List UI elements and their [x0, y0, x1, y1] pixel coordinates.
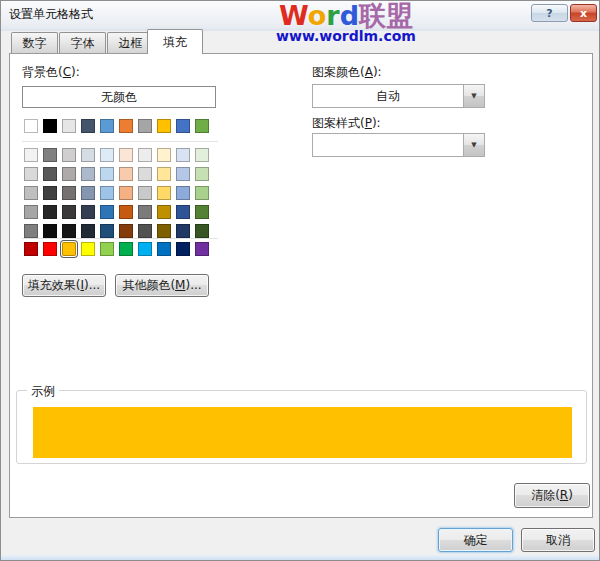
color-swatch[interactable]	[43, 242, 57, 256]
color-swatch[interactable]	[195, 186, 209, 200]
no-color-button[interactable]: 无颜色	[22, 86, 216, 108]
color-swatch[interactable]	[62, 242, 76, 256]
color-swatch[interactable]	[100, 224, 114, 238]
color-swatch[interactable]	[43, 119, 57, 133]
help-icon: ?	[546, 7, 552, 20]
chevron-down-icon[interactable]: ▼	[463, 134, 484, 156]
clear-button[interactable]: 清除(R)	[514, 483, 590, 508]
color-swatch[interactable]	[24, 119, 38, 133]
color-swatch[interactable]	[157, 224, 171, 238]
color-swatch[interactable]	[176, 205, 190, 219]
color-swatch[interactable]	[119, 186, 133, 200]
cancel-label: 取消	[546, 532, 570, 549]
color-swatch[interactable]	[119, 148, 133, 162]
color-swatch[interactable]	[195, 167, 209, 181]
color-swatch[interactable]	[195, 224, 209, 238]
color-swatch[interactable]	[62, 186, 76, 200]
color-swatch[interactable]	[176, 224, 190, 238]
color-swatch[interactable]	[43, 167, 57, 181]
color-swatch[interactable]	[100, 242, 114, 256]
more-colors-label: 其他颜色(M)...	[122, 277, 201, 294]
color-swatch[interactable]	[81, 119, 95, 133]
color-swatch[interactable]	[81, 242, 95, 256]
color-swatch[interactable]	[43, 186, 57, 200]
color-swatch[interactable]	[43, 205, 57, 219]
tab-font[interactable]: 字体	[59, 32, 106, 53]
color-swatch[interactable]	[119, 224, 133, 238]
pattern-style-value	[313, 134, 463, 156]
color-swatch[interactable]	[176, 186, 190, 200]
clear-label: 清除(R)	[531, 487, 573, 504]
color-swatch[interactable]	[157, 119, 171, 133]
title-bar: 设置单元格格式 ? x	[1, 1, 599, 31]
color-swatch[interactable]	[176, 119, 190, 133]
tint-color-row	[24, 148, 209, 162]
color-swatch[interactable]	[24, 167, 38, 181]
color-swatch[interactable]	[81, 205, 95, 219]
color-swatch[interactable]	[157, 167, 171, 181]
close-button[interactable]: x	[570, 4, 597, 22]
color-swatch[interactable]	[100, 148, 114, 162]
color-swatch[interactable]	[138, 119, 152, 133]
tab-number[interactable]: 数字	[11, 32, 58, 53]
ok-label: 确定	[464, 532, 488, 549]
color-swatch[interactable]	[81, 167, 95, 181]
chevron-down-icon[interactable]: ▼	[463, 85, 484, 107]
color-swatch[interactable]	[195, 205, 209, 219]
color-swatch[interactable]	[138, 224, 152, 238]
cancel-button[interactable]: 取消	[521, 528, 595, 552]
ok-button[interactable]: 确定	[438, 528, 513, 552]
color-swatch[interactable]	[157, 186, 171, 200]
color-swatch[interactable]	[81, 148, 95, 162]
tint-color-row	[24, 205, 209, 219]
color-swatch[interactable]	[157, 242, 171, 256]
color-swatch[interactable]	[24, 224, 38, 238]
color-swatch[interactable]	[195, 119, 209, 133]
color-swatch[interactable]	[62, 205, 76, 219]
color-swatch[interactable]	[138, 148, 152, 162]
pattern-style-label: 图案样式(P):	[312, 115, 381, 132]
help-button[interactable]: ?	[531, 4, 568, 22]
color-swatch[interactable]	[24, 186, 38, 200]
color-swatch[interactable]	[43, 148, 57, 162]
tab-fill[interactable]: 填充	[147, 29, 203, 54]
pattern-style-dropdown[interactable]: ▼	[312, 133, 485, 157]
color-swatch[interactable]	[43, 224, 57, 238]
color-swatch[interactable]	[24, 242, 38, 256]
color-swatch[interactable]	[138, 186, 152, 200]
color-swatch[interactable]	[100, 119, 114, 133]
format-cells-dialog: 设置单元格格式 ? x Word联盟 www.wordlm.com 数字 字体 …	[0, 0, 600, 561]
fill-effects-button[interactable]: 填充效果(I)...	[22, 274, 106, 297]
color-swatch[interactable]	[100, 186, 114, 200]
color-swatch[interactable]	[62, 119, 76, 133]
color-swatch[interactable]	[100, 205, 114, 219]
color-swatch[interactable]	[100, 167, 114, 181]
color-swatch[interactable]	[24, 205, 38, 219]
color-swatch[interactable]	[195, 242, 209, 256]
color-swatch[interactable]	[195, 148, 209, 162]
color-swatch[interactable]	[176, 167, 190, 181]
color-swatch[interactable]	[138, 205, 152, 219]
color-swatch[interactable]	[62, 148, 76, 162]
color-swatch[interactable]	[157, 205, 171, 219]
more-colors-button[interactable]: 其他颜色(M)...	[115, 274, 209, 297]
fill-effects-label: 填充效果(I)...	[28, 277, 100, 294]
background-color-label: 背景色(C):	[22, 64, 80, 81]
color-swatch[interactable]	[81, 186, 95, 200]
color-swatch[interactable]	[24, 148, 38, 162]
color-swatch[interactable]	[62, 167, 76, 181]
color-swatch[interactable]	[81, 224, 95, 238]
color-swatch[interactable]	[119, 242, 133, 256]
color-swatch[interactable]	[176, 242, 190, 256]
color-swatch[interactable]	[119, 205, 133, 219]
pattern-color-dropdown[interactable]: 自动 ▼	[312, 84, 485, 108]
color-swatch[interactable]	[119, 167, 133, 181]
palette-divider	[22, 238, 218, 239]
color-swatch[interactable]	[62, 224, 76, 238]
standard-color-row	[24, 242, 209, 256]
color-swatch[interactable]	[176, 148, 190, 162]
color-swatch[interactable]	[138, 167, 152, 181]
color-swatch[interactable]	[138, 242, 152, 256]
color-swatch[interactable]	[119, 119, 133, 133]
color-swatch[interactable]	[157, 148, 171, 162]
